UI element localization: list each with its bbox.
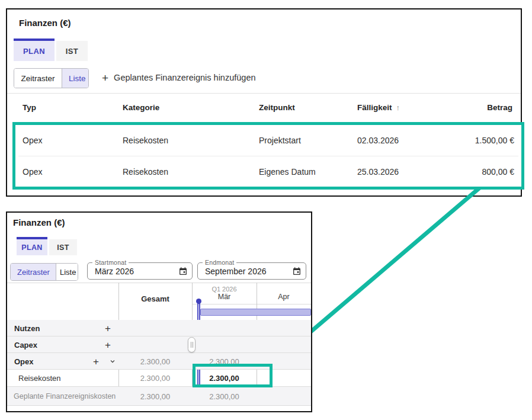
column-header-zeitpunkt[interactable]: Zeitpunkt	[259, 103, 295, 112]
row-label: Nutzen	[14, 323, 40, 332]
row-label: Opex	[14, 357, 34, 366]
start-month-value: März 2026	[95, 267, 134, 276]
tab-plan[interactable]: PLAN	[17, 237, 47, 255]
add-capex-button[interactable]: +	[105, 339, 111, 350]
highlight-rows-box: Opex Reisekosten Projektstart 02.03.2026…	[12, 122, 524, 190]
table-row[interactable]: Opex Reisekosten Projektstart 02.03.2026…	[15, 125, 521, 156]
end-month-value: September 2026	[205, 267, 267, 276]
toggle-zeitraster[interactable]: Zeitraster	[11, 264, 56, 280]
opex-gesamt-value: 2.300,00	[118, 357, 192, 366]
grid-line	[192, 304, 311, 304]
calendar-icon	[292, 267, 302, 276]
start-month-label: Startmonat	[92, 259, 129, 266]
tab-ist[interactable]: IST	[56, 39, 88, 61]
view-toggle: Zeitraster Liste	[10, 263, 78, 281]
column-header-faelligkeit-label: Fälligkeit	[357, 103, 392, 112]
add-nutzen-button[interactable]: +	[105, 323, 111, 333]
calendar-icon	[178, 267, 188, 276]
toggle-zeitraster[interactable]: Zeitraster	[14, 69, 62, 88]
table-row[interactable]: Opex Reisekosten Eigenes Datum 25.03.202…	[15, 156, 521, 187]
month-header-apr: Apr	[257, 293, 311, 301]
sort-ascending-icon: ↑	[396, 103, 400, 112]
tab-ist-label: IST	[57, 243, 69, 252]
toggle-liste[interactable]: Liste	[56, 264, 78, 280]
end-month-field[interactable]: Endmonat September 2026	[197, 262, 306, 280]
grid-row-summe: Geplante Finanzereigniskosten 2.300,00 2…	[7, 387, 311, 405]
cell-typ: Opex	[23, 136, 42, 145]
month-header-maer: Mär	[192, 293, 257, 301]
quarter-label: Q1 2026	[192, 286, 257, 293]
plus-icon: +	[102, 72, 108, 84]
row-label: Reisekosten	[18, 374, 61, 383]
column-header-betrag[interactable]: Betrag	[487, 103, 512, 112]
tab-ist[interactable]: IST	[49, 237, 77, 255]
tab-plan-label: PLAN	[23, 47, 45, 56]
collapse-opex-button[interactable]	[109, 358, 116, 365]
add-finance-event-label: Geplantes Finanzereignis hinzufügen	[114, 73, 255, 82]
column-header-kategorie[interactable]: Kategorie	[123, 103, 159, 112]
column-header-faelligkeit[interactable]: Fälligkeit↑	[357, 103, 400, 112]
grid-row-capex[interactable]: Capex +	[7, 336, 311, 352]
grid-row-nutzen[interactable]: Nutzen +	[7, 320, 311, 336]
summe-maer-value: 2.300,00	[192, 392, 257, 400]
tab-ist-label: IST	[66, 47, 78, 56]
panel-title: Finanzen (€)	[13, 217, 65, 227]
start-month-field[interactable]: Startmonat März 2026	[87, 262, 193, 280]
grid-line	[7, 283, 311, 283]
cell-faelligkeit: 25.03.2026	[357, 167, 399, 177]
grid-line	[7, 405, 311, 406]
cell-zeitpunkt: Eigenes Datum	[259, 167, 316, 177]
cell-zeitpunkt: Projektstart	[259, 136, 301, 145]
cell-betrag: 800,00 €	[482, 167, 515, 177]
toggle-liste[interactable]: Liste	[62, 69, 88, 88]
screenshot-root: Finanzen (€) PLAN IST Zeitraster Liste +…	[0, 0, 532, 420]
table-header: Typ Kategorie Zeitpunkt Fälligkeit↑ Betr…	[7, 94, 518, 122]
timeline-start-dot	[196, 299, 201, 304]
cell-kategorie: Reisekosten	[123, 167, 168, 177]
cell-kategorie: Reisekosten	[123, 136, 168, 145]
end-month-calendar-button[interactable]	[292, 267, 302, 276]
start-month-calendar-button[interactable]	[178, 267, 188, 276]
tab-plan[interactable]: PLAN	[14, 39, 55, 61]
reisekosten-gesamt-value: 2.300,00	[118, 374, 192, 383]
row-label: Geplante Finanzereigniskosten	[14, 392, 116, 400]
add-finance-event-button[interactable]: + Geplantes Finanzereignis hinzufügen	[102, 68, 256, 87]
end-month-label: Endmonat	[203, 259, 236, 266]
highlight-cell-box	[193, 364, 273, 387]
timeline-bar[interactable]	[200, 309, 311, 316]
tab-plan-label: PLAN	[21, 243, 43, 252]
total-column-header: Gesamt	[118, 294, 192, 303]
cell-typ: Opex	[23, 167, 42, 177]
summe-gesamt-value: 2.300,00	[118, 392, 192, 400]
chevron-down-icon	[109, 358, 116, 365]
column-header-typ[interactable]: Typ	[23, 103, 36, 112]
panel-title: Finanzen (€)	[19, 18, 71, 28]
cell-faelligkeit: 02.03.2026	[357, 136, 399, 145]
view-toggle: Zeitraster Liste	[14, 68, 89, 88]
cell-betrag: 1.500,00 €	[475, 136, 514, 145]
add-opex-button[interactable]: +	[93, 356, 99, 366]
row-label: Capex	[14, 340, 37, 349]
column-drag-handle[interactable]	[188, 337, 196, 352]
